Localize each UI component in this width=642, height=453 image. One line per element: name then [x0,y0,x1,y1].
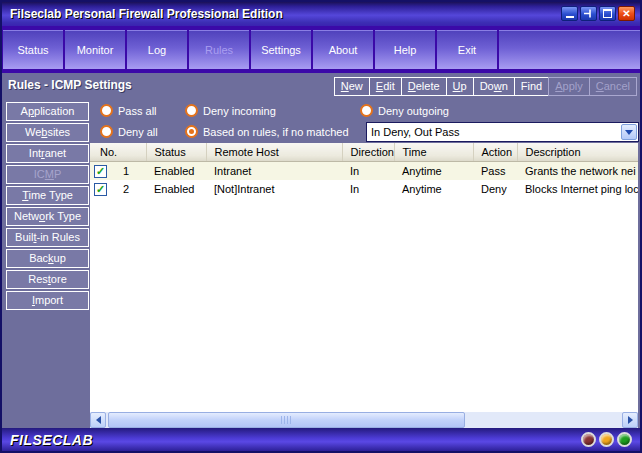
scroll-right-button[interactable] [622,412,638,428]
sidebar-item-import[interactable]: Import [6,291,89,310]
sidebar-item-network-type[interactable]: Network Type [6,207,89,226]
maximize-button[interactable] [599,6,616,21]
col-header-remote-host[interactable]: Remote Host [206,143,342,162]
up-button[interactable]: Up [446,77,474,96]
cancel-button[interactable]: Cancel [589,77,637,96]
chevron-down-icon [625,130,633,135]
col-header-action[interactable]: Action [473,143,517,162]
col-header-description[interactable]: Description [517,143,638,162]
close-icon: ✕ [622,9,630,19]
find-button[interactable]: Find [514,77,549,96]
scrollbar-grip-icon [281,416,292,424]
radio-selected-icon [185,125,198,138]
chevron-right-icon [628,416,633,424]
nav-about[interactable]: About [313,30,373,69]
nav-help[interactable]: Help [375,30,435,69]
dropdown-button[interactable] [621,124,637,140]
minimize-button[interactable] [561,6,578,21]
status-light-green-icon [617,432,632,447]
window-title: Filseclab Personal Firewall Professional… [10,7,283,21]
nav-status[interactable]: Status [3,30,63,69]
scroll-left-button[interactable] [90,412,106,428]
radio-deny-incoming[interactable]: Deny incoming [185,104,276,117]
scrollbar-thumb[interactable] [108,412,465,428]
radio-icon [185,104,198,117]
status-light-amber-icon [599,432,614,447]
minimize-to-tray-button[interactable] [580,6,597,21]
sidebar-item-restore[interactable]: Restore [6,270,89,289]
brand-logo: FILSECLAB [10,432,93,448]
radio-based-on-rules[interactable]: Based on rules, if no matched [185,125,349,138]
nav-settings[interactable]: Settings [251,30,311,69]
nav-filler [499,30,640,69]
dropdown-value: In Deny, Out Pass [367,123,638,138]
col-header-no[interactable]: No. [90,143,146,162]
status-lights [581,432,632,447]
rule-action-buttons: New Edit Delete Up Down Find Apply Cance… [335,77,637,96]
minimize-to-tray-icon [584,9,593,18]
radio-icon [100,104,113,117]
status-light-red-icon [581,432,596,447]
chevron-left-icon [96,416,101,424]
sidebar-item-intranet[interactable]: Intranet [6,144,89,163]
radio-icon [360,104,373,117]
window-controls: ✕ [561,6,635,21]
nav-exit[interactable]: Exit [437,30,497,69]
main-nav: Status Monitor Log Rules Settings About … [2,26,640,73]
rule-enabled-checkbox[interactable] [94,165,107,178]
sidebar-item-icmp[interactable]: ICMP [6,165,89,184]
page-toolbar: Rules - ICMP Settings New Edit Delete Up… [2,73,640,98]
nav-log[interactable]: Log [127,30,187,69]
new-button[interactable]: New [334,77,370,96]
radio-deny-outgoing[interactable]: Deny outgoing [360,104,449,117]
sidebar-item-websites[interactable]: Websites [6,123,89,142]
horizontal-scrollbar[interactable] [90,412,638,428]
col-header-status[interactable]: Status [146,143,206,162]
nav-monitor[interactable]: Monitor [65,30,125,69]
radio-deny-all[interactable]: Deny all [100,125,158,138]
sidebar-item-application[interactable]: Application [6,102,89,121]
sidebar-item-time-type[interactable]: Time Type [6,186,89,205]
table-row[interactable]: 2 Enabled [Not]Intranet In Anytime Deny … [90,180,638,198]
content-area: Application Websites Intranet ICMP Time … [2,98,640,428]
table-row[interactable]: 1 Enabled Intranet In Anytime Pass Grant… [90,162,638,181]
status-bar: FILSECLAB [2,428,640,451]
default-rule-dropdown[interactable]: In Deny, Out Pass [366,122,639,142]
sidebar-item-backup[interactable]: Backup [6,249,89,268]
close-button[interactable]: ✕ [618,6,635,21]
down-button[interactable]: Down [473,77,515,96]
rule-enabled-checkbox[interactable] [94,183,107,196]
minimize-icon [566,16,574,18]
radio-icon [100,125,113,138]
col-header-direction[interactable]: Direction [342,143,394,162]
page-title: Rules - ICMP Settings [8,78,132,92]
rules-list: No. Status Remote Host Direction Time Ac… [90,143,638,412]
edit-button[interactable]: Edit [369,77,402,96]
col-header-time[interactable]: Time [394,143,473,162]
nav-rules[interactable]: Rules [189,30,249,69]
maximize-icon [603,9,612,18]
title-bar[interactable]: Filseclab Personal Firewall Professional… [2,2,640,26]
sidebar-item-built-in-rules[interactable]: Built-in Rules [6,228,89,247]
apply-button[interactable]: Apply [548,77,590,96]
delete-button[interactable]: Delete [401,77,447,96]
radio-pass-all[interactable]: Pass all [100,104,157,117]
